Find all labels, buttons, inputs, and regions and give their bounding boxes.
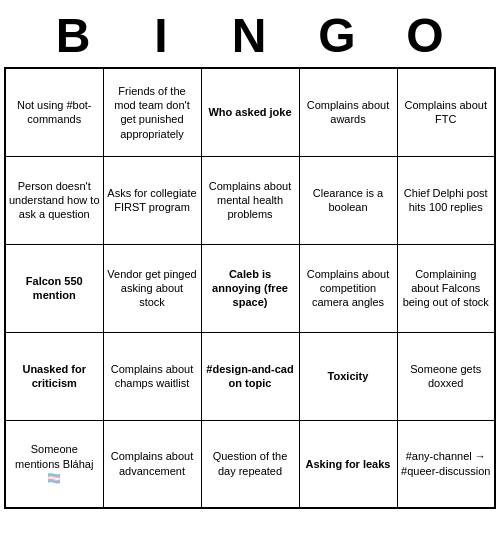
cell-r3-c3[interactable]: Toxicity	[299, 332, 397, 420]
cell-r2-c0[interactable]: Falcon 550 mention	[5, 244, 103, 332]
cell-r4-c2[interactable]: Question of the day repeated	[201, 420, 299, 508]
bingo-letter-n: N	[206, 8, 294, 63]
cell-r4-c0[interactable]: Someone mentions Bláhaj 🏳️‍⚧️	[5, 420, 103, 508]
cell-r4-c3[interactable]: Asking for leaks	[299, 420, 397, 508]
cell-r3-c4[interactable]: Someone gets doxxed	[397, 332, 495, 420]
cell-r4-c1[interactable]: Complains about advancement	[103, 420, 201, 508]
cell-r4-c4[interactable]: #any-channel → #queer-discussion	[397, 420, 495, 508]
bingo-letter-b: B	[30, 8, 118, 63]
cell-r2-c4[interactable]: Complaining about Falcons being out of s…	[397, 244, 495, 332]
cell-r3-c1[interactable]: Complains about champs waitlist	[103, 332, 201, 420]
bingo-title: BINGO	[0, 0, 500, 67]
cell-r2-c2[interactable]: Caleb is annoying (free space)	[201, 244, 299, 332]
cell-r0-c0[interactable]: Not using #bot-commands	[5, 68, 103, 156]
bingo-letter-i: I	[118, 8, 206, 63]
cell-r0-c2[interactable]: Who asked joke	[201, 68, 299, 156]
cell-r0-c4[interactable]: Complains about FTC	[397, 68, 495, 156]
cell-r2-c3[interactable]: Complains about competition camera angle…	[299, 244, 397, 332]
cell-r0-c1[interactable]: Friends of the mod team don't get punish…	[103, 68, 201, 156]
cell-r3-c2[interactable]: #design-and-cad on topic	[201, 332, 299, 420]
bingo-letter-o: O	[382, 8, 470, 63]
cell-r1-c1[interactable]: Asks for collegiate FIRST program	[103, 156, 201, 244]
cell-r1-c3[interactable]: Clearance is a boolean	[299, 156, 397, 244]
cell-r0-c3[interactable]: Complains about awards	[299, 68, 397, 156]
bingo-letter-g: G	[294, 8, 382, 63]
cell-r3-c0[interactable]: Unasked for criticism	[5, 332, 103, 420]
bingo-grid: Not using #bot-commandsFriends of the mo…	[4, 67, 496, 509]
cell-r1-c4[interactable]: Chief Delphi post hits 100 replies	[397, 156, 495, 244]
cell-r1-c2[interactable]: Complains about mental health problems	[201, 156, 299, 244]
cell-r1-c0[interactable]: Person doesn't understand how to ask a q…	[5, 156, 103, 244]
cell-r2-c1[interactable]: Vendor get pinged asking about stock	[103, 244, 201, 332]
